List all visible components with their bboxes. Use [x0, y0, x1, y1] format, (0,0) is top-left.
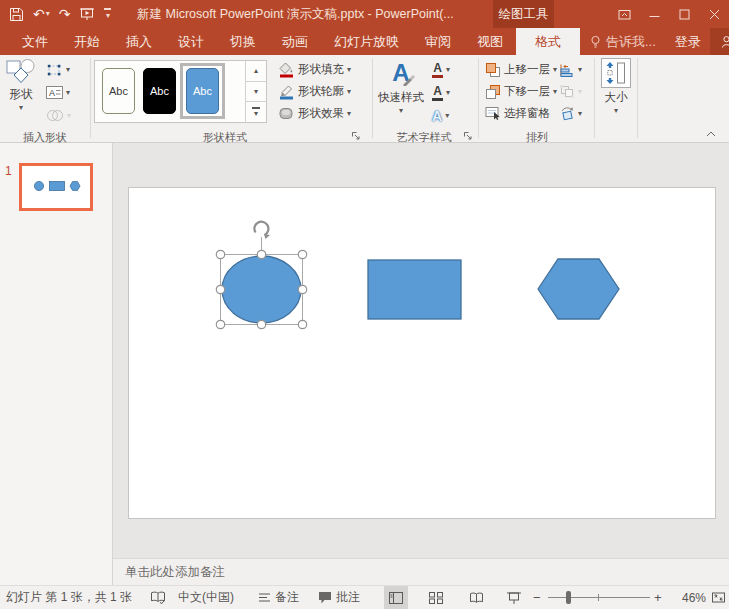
zoom-level[interactable]: 46% — [672, 586, 706, 609]
insert-shapes-label: 形状 — [10, 87, 33, 102]
send-backward-icon — [485, 84, 501, 100]
zoom-slider-thumb[interactable] — [566, 591, 571, 604]
person-add-icon — [721, 35, 729, 49]
shape-style-tile-1[interactable]: Abc — [102, 68, 135, 114]
notes-pane[interactable]: 单击此处添加备注 — [113, 558, 729, 585]
tab-insert[interactable]: 插入 — [113, 28, 165, 55]
tab-home[interactable]: 开始 — [61, 28, 113, 55]
fit-slide-to-window-button[interactable] — [706, 586, 729, 609]
edit-shape-button[interactable]: ▾ — [44, 59, 72, 80]
bring-forward-icon — [485, 62, 501, 78]
slide-canvas[interactable] — [128, 187, 716, 519]
ribbon-display-options-button[interactable] — [609, 0, 639, 28]
minimize-button[interactable] — [639, 0, 669, 28]
contextual-tab-group-header[interactable]: 绘图工具 — [493, 0, 554, 28]
rotate-handle[interactable] — [254, 222, 270, 239]
text-outline-caret-icon: ▾ — [446, 89, 450, 97]
language-button[interactable]: 中文(中国) — [178, 586, 234, 609]
resize-handle[interactable] — [216, 320, 224, 328]
slideshow-view-button[interactable] — [502, 586, 526, 609]
fit-slide-icon — [711, 591, 726, 604]
shape-rectangle[interactable] — [368, 260, 461, 319]
resize-handle[interactable] — [257, 320, 265, 328]
selection-pane-button[interactable]: 选择窗格 — [483, 103, 552, 124]
tab-file[interactable]: 文件 — [9, 28, 61, 55]
merge-shapes-caret-icon: ▾ — [67, 112, 71, 120]
sign-in-button[interactable]: 登录 — [666, 28, 710, 55]
size-button[interactable]: 大小 ▾ — [598, 58, 634, 115]
zoom-out-button[interactable]: − — [533, 586, 541, 609]
start-slideshow-button[interactable] — [79, 8, 95, 21]
text-effects-button[interactable]: A ▾ — [430, 105, 451, 126]
tab-view[interactable]: 视图 — [464, 28, 516, 55]
shape-fill-button[interactable]: 形状填充 ▾ — [276, 59, 353, 80]
save-button[interactable] — [9, 7, 24, 22]
text-effects-icon: A — [432, 109, 442, 123]
tab-animations[interactable]: 动画 — [269, 28, 321, 55]
reading-view-button[interactable] — [464, 586, 488, 609]
gallery-down-icon: ▾ — [254, 88, 258, 96]
wordart-dialog-launcher[interactable] — [463, 131, 473, 141]
shape-fill-label: 形状填充 — [298, 62, 344, 77]
shape-style-tile-2[interactable]: Abc — [143, 68, 176, 114]
edit-shape-icon — [46, 63, 63, 77]
text-outline-button[interactable]: A ▾ — [430, 82, 452, 103]
tab-slideshow[interactable]: 幻灯片放映 — [321, 28, 412, 55]
group-objects-button: ▾ — [557, 81, 584, 102]
slide-thumbnail-pane: 1 — [0, 143, 113, 585]
shape-outline-button[interactable]: 形状轮廓 ▾ — [276, 81, 353, 102]
shape-styles-dialog-launcher[interactable] — [351, 131, 361, 141]
text-box-button[interactable]: A ▾ — [44, 82, 72, 103]
resize-handle[interactable] — [216, 285, 224, 293]
slide-sorter-view-button[interactable] — [424, 586, 448, 609]
normal-view-button[interactable] — [384, 586, 408, 609]
resize-handle[interactable] — [298, 320, 306, 328]
svg-text:A: A — [49, 88, 55, 98]
notes-toggle-button[interactable]: 备注 — [258, 586, 299, 609]
slide-thumbnail[interactable] — [19, 163, 93, 211]
resize-handle[interactable] — [216, 250, 224, 258]
tab-design[interactable]: 设计 — [165, 28, 217, 55]
shape-ellipse[interactable] — [222, 256, 301, 323]
undo-button[interactable]: ↶ ▾ — [33, 7, 50, 21]
notes-placeholder[interactable]: 单击此处添加备注 — [125, 559, 225, 585]
ribbon-display-options-icon — [618, 8, 631, 21]
bring-forward-button[interactable]: 上移一层 ▾ — [483, 59, 559, 80]
text-fill-button[interactable]: A ▾ — [430, 59, 452, 80]
insert-shapes-button[interactable]: 形状 ▾ — [2, 58, 40, 112]
send-backward-button[interactable]: 下移一层 ▾ — [483, 81, 559, 102]
tell-me-button[interactable]: 告诉我... — [580, 28, 666, 55]
tab-transitions[interactable]: 切换 — [217, 28, 269, 55]
shape-effects-button[interactable]: 形状效果 ▾ — [276, 103, 353, 124]
gallery-more-button[interactable]: ▾ — [246, 102, 266, 122]
quick-styles-button[interactable]: A 快速样式 ▾ — [377, 58, 425, 115]
zoom-in-button[interactable]: + — [654, 586, 662, 609]
group-separator — [594, 58, 595, 138]
resize-handle[interactable] — [298, 285, 306, 293]
slide-counter[interactable]: 幻灯片 第 1 张，共 1 张 — [6, 586, 132, 609]
close-button[interactable] — [699, 0, 729, 28]
tab-format[interactable]: 格式 — [516, 28, 580, 55]
tab-review[interactable]: 审阅 — [412, 28, 464, 55]
maximize-button[interactable] — [669, 0, 699, 28]
shape-style-tile-3-selected[interactable]: Abc — [186, 68, 219, 114]
resize-handle[interactable] — [298, 250, 306, 258]
comments-toggle-button[interactable]: 批注 — [318, 586, 360, 609]
shape-fill-caret-icon: ▾ — [347, 66, 351, 74]
shape-hexagon[interactable] — [538, 259, 619, 319]
customize-qat-button[interactable]: ▾ — [104, 8, 111, 20]
slideshow-view-icon — [507, 592, 521, 604]
align-button[interactable]: ▾ — [557, 59, 584, 80]
resize-handle[interactable] — [257, 250, 265, 258]
gallery-down-button[interactable]: ▾ — [246, 82, 266, 103]
zoom-slider-track[interactable] — [548, 597, 650, 598]
gallery-up-button[interactable]: ▴ — [246, 61, 266, 82]
undo-dropdown-icon[interactable]: ▾ — [46, 10, 50, 18]
text-box-caret-icon: ▾ — [66, 89, 70, 97]
collapse-ribbon-button[interactable] — [706, 131, 716, 137]
reading-view-icon — [469, 592, 484, 604]
spell-check-button[interactable] — [150, 586, 166, 609]
rotate-button[interactable]: ▾ — [557, 103, 584, 124]
share-button[interactable]: 共享 — [710, 28, 729, 55]
redo-button[interactable]: ↷ — [59, 7, 71, 21]
